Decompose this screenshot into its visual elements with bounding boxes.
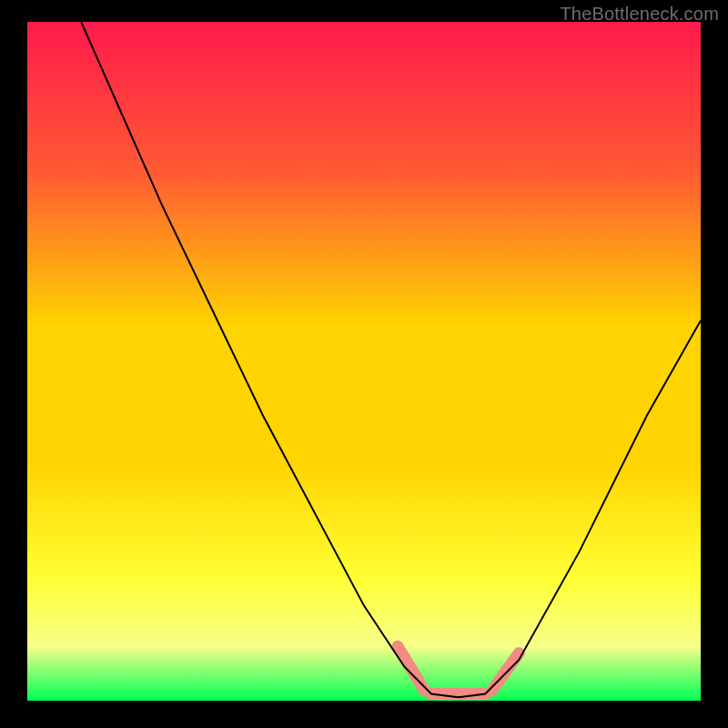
- watermark-text: TheBottleneck.com: [560, 4, 719, 25]
- plot-area: [27, 22, 701, 701]
- chart-svg: [27, 22, 701, 701]
- gradient-background: [27, 22, 701, 701]
- chart-frame: TheBottleneck.com: [0, 0, 728, 728]
